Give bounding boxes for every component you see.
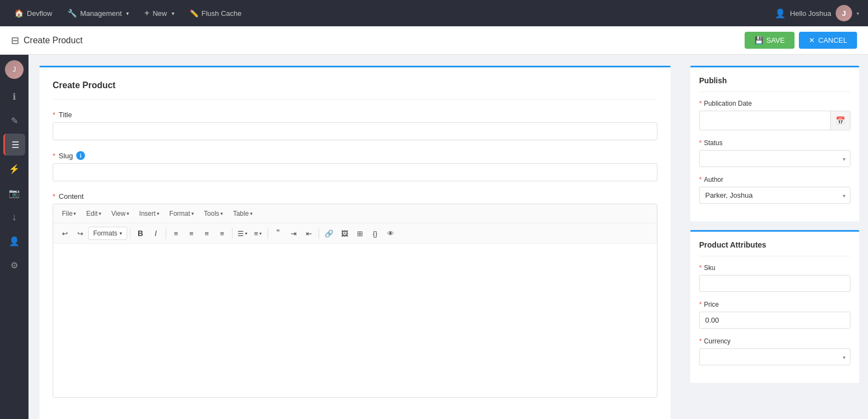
title-field-group: * Title [53,111,657,140]
right-panel: Publish * Publication Date 📅 * S [682,55,868,419]
redo-button[interactable]: ↪ [73,226,87,240]
menu-format[interactable]: Format ▾ [165,208,198,220]
menu-tools[interactable]: Tools ▾ [200,208,228,220]
undo-button[interactable]: ↩ [58,226,72,240]
align-right-button[interactable]: ≡ [200,226,214,240]
save-button[interactable]: 💾 SAVE [745,32,795,49]
sidebar-item-info[interactable]: ℹ [3,85,25,107]
slug-label: * Slug i [53,151,657,160]
price-required-marker: * [699,301,702,308]
gear-icon: ⚙ [10,260,18,271]
nav-flush-cache-label: Flush Cache [202,9,242,18]
editor-body[interactable] [53,244,657,397]
sku-input[interactable] [699,275,850,292]
view-dropdown-icon: ▾ [127,211,129,216]
title-required-marker: * [53,111,55,119]
pub-date-required-marker: * [699,100,702,107]
link-button[interactable]: 🔗 [322,226,336,240]
top-navigation: 🏠 Devflow 🔧 Management ▾ + New ▾ ✏️ Flus… [0,0,868,26]
sidebar-item-download[interactable]: ↓ [3,206,25,228]
home-icon: 🏠 [14,9,24,18]
slug-input[interactable] [53,163,657,181]
nav-management-label: Management [80,9,122,18]
publication-date-input-wrap: 📅 [699,111,850,130]
save-icon: 💾 [754,36,763,44]
user-icon-sidebar: 👤 [9,236,20,246]
price-group: * Price [699,301,850,329]
sidebar-item-list[interactable]: ☰ [3,134,25,156]
user-menu[interactable]: 👤 Hello Joshua J ▾ [775,5,859,21]
sidebar-item-edit[interactable]: ✎ [3,110,25,131]
bullet-list-icon: ☰ [237,229,244,238]
title-input[interactable] [53,122,657,140]
content-label: * Content [53,192,657,200]
form-card-title: Create Product [53,81,657,100]
sku-label: * Sku [699,264,850,272]
insert-dropdown-icon: ▾ [157,211,160,216]
nav-home-label: Devflow [27,9,52,18]
toolbar-separator-1 [130,228,131,239]
product-attributes-title: Product Attributes [699,240,850,256]
bullet-list-button[interactable]: ☰ ▾ [235,226,249,240]
publish-panel-title: Publish [699,76,850,92]
main-content: Create Product * Title * Slug i [29,55,868,419]
sidebar-item-settings[interactable]: ⚙ [3,254,25,276]
nav-flush-cache[interactable]: ✏️ Flush Cache [184,6,247,21]
toolbar-separator-2 [166,228,166,239]
menu-edit[interactable]: Edit ▾ [82,208,106,220]
numbered-list-button[interactable]: ≡ ▾ [251,226,265,240]
content-editor: File ▾ Edit ▾ View ▾ Insert [53,204,657,398]
cancel-button[interactable]: ✕ CANCEL [799,32,857,49]
menu-insert[interactable]: Insert ▾ [135,208,164,220]
menu-view[interactable]: View ▾ [107,208,134,220]
user-avatar: J [836,5,852,21]
sidebar-item-plugins[interactable]: ⚡ [3,158,25,180]
form-card: Create Product * Title * Slug i [39,66,671,419]
publication-date-input[interactable] [700,113,830,129]
preview-button[interactable]: 👁 [383,226,398,240]
editor-menubar: File ▾ Edit ▾ View ▾ Insert [53,204,657,223]
slug-help-icon[interactable]: i [76,151,85,160]
left-sidebar: J ℹ ✎ ☰ ⚡ 📷 ↓ 👤 ⚙ [0,55,29,419]
align-justify-button[interactable]: ≡ [215,226,229,240]
nav-home[interactable]: 🏠 Devflow [9,5,58,21]
status-group: * Status ▾ [699,139,850,167]
italic-button[interactable]: I [149,226,163,240]
sidebar-item-media[interactable]: 📷 [3,182,25,204]
chevron-down-icon-new: ▾ [172,10,174,16]
status-select[interactable] [700,151,850,167]
author-select[interactable]: Parker, Joshua [700,187,850,203]
plus-icon: + [144,8,149,18]
sidebar-avatar[interactable]: J [5,60,24,79]
slug-required-marker: * [53,152,55,160]
blockquote-button[interactable]: " [271,226,285,240]
author-group: * Author Parker, Joshua ▾ [699,176,850,204]
currency-select[interactable] [700,349,850,365]
calendar-icon-button[interactable]: 📅 [830,111,850,130]
table-insert-button[interactable]: ⊞ [353,226,367,240]
publish-panel: Publish * Publication Date 📅 * S [690,66,859,221]
author-label: * Author [699,176,850,183]
menu-file[interactable]: File ▾ [58,208,81,220]
nav-new[interactable]: + New ▾ [139,5,179,21]
outdent-button[interactable]: ⇤ [302,226,316,240]
editor-toolbar: ↩ ↪ Formats ▾ B I ≡ ≡ ≡ ≡ [53,223,657,244]
sku-required-marker: * [699,264,702,272]
align-left-button[interactable]: ≡ [169,226,183,240]
code-button[interactable]: {} [368,226,382,240]
toolbar-separator-3 [232,228,232,239]
bold-button[interactable]: B [133,226,147,240]
content-required-marker: * [53,192,55,200]
menu-table[interactable]: Table ▾ [229,208,257,220]
author-select-wrap: Parker, Joshua ▾ [699,187,850,204]
camera-icon: 📷 [9,188,20,198]
formats-dropdown[interactable]: Formats ▾ [88,227,127,240]
price-input[interactable] [699,312,850,329]
nav-management[interactable]: 🔧 Management ▾ [62,5,134,21]
indent-button[interactable]: ⇥ [286,226,300,240]
image-button[interactable]: 🖼 [337,226,351,240]
align-center-button[interactable]: ≡ [184,226,198,240]
sidebar-item-users[interactable]: 👤 [3,230,25,252]
user-dropdown-arrow: ▾ [856,10,859,16]
format-dropdown-icon: ▾ [191,211,194,216]
